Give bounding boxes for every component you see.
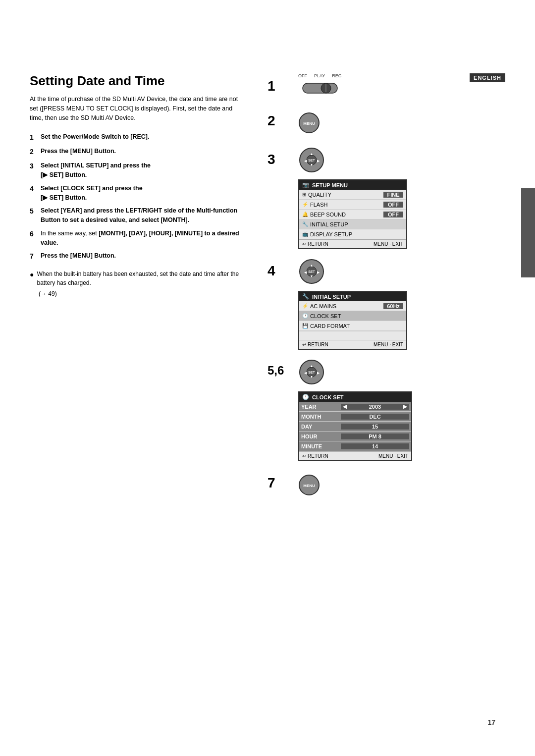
step-text: Set the Power/Mode Switch to [REC].	[41, 132, 243, 142]
initial-setup-menu-title: 🔧 INITIAL SETUP	[299, 292, 406, 301]
list-item: 1 Set the Power/Mode Switch to [REC].	[30, 132, 243, 143]
clock-row-minute: MINUTE 14	[299, 441, 411, 451]
step-1-row: 1 OFF PLAY REC	[268, 73, 341, 99]
step-text: Press the [MENU] Button.	[41, 147, 243, 156]
step-56-block: 5,6 ▲ ▼ ◀ ▶ SET 🕐	[268, 359, 505, 461]
svg-text:MENU: MENU	[303, 484, 315, 488]
right-content: 1 OFF PLAY REC	[268, 73, 505, 512]
multifunction-button: ▲ ▼ ◀ ▶ SET	[298, 147, 325, 175]
step-56-row: 5,6 ▲ ▼ ◀ ▶ SET 🕐	[268, 359, 412, 461]
list-item: 7 Press the [MENU] Button.	[30, 251, 243, 262]
menu-row-display-setup: 📺 DISPLAY SETUP	[299, 229, 406, 239]
note-text: When the built-in battery has been exhau…	[37, 270, 243, 287]
quality-icon: ⊞	[302, 192, 306, 197]
flash-label: ⚡ FLASH	[302, 202, 383, 208]
card-format-icon: 💾	[302, 323, 308, 328]
power-switch-svg	[300, 79, 340, 97]
step-7-block: 7 MENU	[268, 470, 505, 500]
note-item: ● When the built-in battery has been exh…	[30, 270, 243, 287]
menu-button-7-svg: MENU	[298, 474, 320, 496]
list-item: 5 Select [YEAR] and press the LEFT/RIGHT…	[30, 206, 243, 225]
list-item: 6 In the same way, set [MONTH], [DAY], […	[30, 229, 243, 248]
menu-button-container: MENU	[298, 112, 320, 134]
multifunction-btn-svg-4: ▲ ▼ ◀ ▶ SET	[298, 258, 325, 285]
init-row-ac-mains: ⚡ AC MAINS 60Hz	[299, 301, 406, 311]
clock-set-title: 🕐 CLOCK SET	[299, 392, 411, 402]
switch-label-play: PLAY	[314, 73, 325, 78]
svg-text:▼: ▼	[310, 163, 314, 166]
clock-set-label: 🕐 CLOCK SET	[302, 313, 403, 319]
quality-label: ⊞ QUALITY	[302, 192, 383, 198]
step-number: 2	[30, 147, 39, 157]
initial-setup-menu-footer: ↩ RETURN MENU · EXIT	[299, 340, 406, 349]
step-56-label: 5,6	[268, 364, 292, 378]
svg-text:▼: ▼	[310, 274, 314, 278]
year-left-arrow: ◀	[343, 404, 347, 409]
day-label: DAY	[301, 424, 341, 430]
step-text: Select [CLOCK SET] and press the[▶ SET] …	[41, 184, 243, 203]
clock-return-button: ↩ RETURN	[302, 453, 328, 459]
bullet-icon: ●	[30, 270, 34, 280]
beep-value: OFF	[383, 212, 403, 217]
menu-row-flash: ⚡ FLASH OFF	[299, 200, 406, 210]
step-1-diagram: OFF PLAY REC	[298, 73, 341, 99]
step-number: 6	[30, 229, 39, 239]
clock-row-day: DAY 15	[299, 422, 411, 432]
svg-text:▼: ▼	[310, 375, 314, 378]
hour-label: HOUR	[301, 433, 341, 439]
month-label: MONTH	[301, 414, 341, 420]
menu-button-svg: MENU	[298, 112, 320, 134]
year-label: YEAR	[301, 404, 341, 410]
multifunction-btn-svg: ▲ ▼ ◀ ▶ SET	[298, 147, 325, 173]
ac-mains-label: ⚡ AC MAINS	[302, 303, 383, 309]
beep-label: 🔔 BEEP SOUND	[302, 212, 383, 217]
multifunction-button-4: ▲ ▼ ◀ ▶ SET	[298, 258, 325, 287]
menu-row-quality: ⊞ QUALITY FINE	[299, 190, 406, 200]
beep-icon: 🔔	[302, 212, 308, 217]
clock-icon: 🕐	[302, 394, 309, 400]
switch-label-off: OFF	[298, 73, 307, 78]
menu-row-beep: 🔔 BEEP SOUND OFF	[299, 210, 406, 219]
page-number: 17	[487, 718, 495, 726]
minute-value: 14	[341, 443, 409, 449]
init-exit-label: MENU · EXIT	[374, 342, 403, 347]
step-number: 3	[30, 161, 39, 171]
step-number: 5	[30, 206, 39, 216]
step-text: Select [YEAR] and press the LEFT/RIGHT s…	[41, 206, 243, 225]
svg-text:SET: SET	[308, 159, 315, 162]
list-item: 4 Select [CLOCK SET] and press the[▶ SET…	[30, 184, 243, 203]
multifunction-btn-svg-56: ▲ ▼ ◀ ▶ SET	[298, 359, 325, 385]
clock-return-icon: ↩	[302, 453, 306, 459]
setup-menu-title: 📷 SETUP MENU	[299, 180, 406, 190]
setup-menu-footer: ↩ RETURN MENU · EXIT	[299, 239, 406, 248]
return-icon: ↩	[302, 241, 306, 247]
initial-setup-menu-screen: 🔧 INITIAL SETUP ⚡ AC MAINS 60Hz 🕐 C	[298, 291, 407, 350]
step-2-block: 2 MENU	[268, 108, 505, 138]
step-number: 1	[30, 132, 39, 143]
step-1-block: 1 OFF PLAY REC	[268, 73, 505, 99]
switch-diagram: OFF PLAY REC	[298, 73, 341, 97]
svg-text:▲: ▲	[310, 364, 314, 368]
clock-set-screen: 🕐 CLOCK SET YEAR ◀ 2003 ▶ MONTH	[298, 391, 412, 461]
clock-row-year: YEAR ◀ 2003 ▶	[299, 402, 411, 412]
svg-text:▲: ▲	[310, 264, 314, 267]
clock-set-footer: ↩ RETURN MENU · EXIT	[299, 451, 411, 460]
card-format-label: 💾 CARD FORMAT	[302, 323, 403, 329]
year-right-arrow: ▶	[403, 404, 407, 409]
display-setup-icon: 📺	[302, 231, 308, 237]
step-text: Select [INITIAL SETUP] and press the[▶ S…	[41, 161, 243, 180]
step-3-label: 3	[268, 152, 292, 167]
multifunction-button-56: ▲ ▼ ◀ ▶ SET	[298, 359, 325, 387]
step-number: 4	[30, 184, 39, 194]
step-4-label: 4	[268, 263, 292, 279]
flash-icon: ⚡	[302, 202, 308, 207]
clock-set-icon: 🕐	[302, 313, 308, 319]
note-block: ● When the built-in battery has been exh…	[30, 270, 243, 298]
intro-text: At the time of purchase of the SD Multi …	[30, 95, 243, 122]
initial-setup-menu-icon: 🔧	[302, 293, 309, 300]
step-3-block: 3 ▲ ▼ ◀ ▶ SET 📷	[268, 147, 505, 249]
day-value: 15	[341, 424, 409, 430]
clock-exit-label: MENU · EXIT	[378, 453, 408, 459]
svg-text:MENU: MENU	[303, 121, 315, 126]
step-2-row: 2 MENU	[268, 108, 320, 138]
